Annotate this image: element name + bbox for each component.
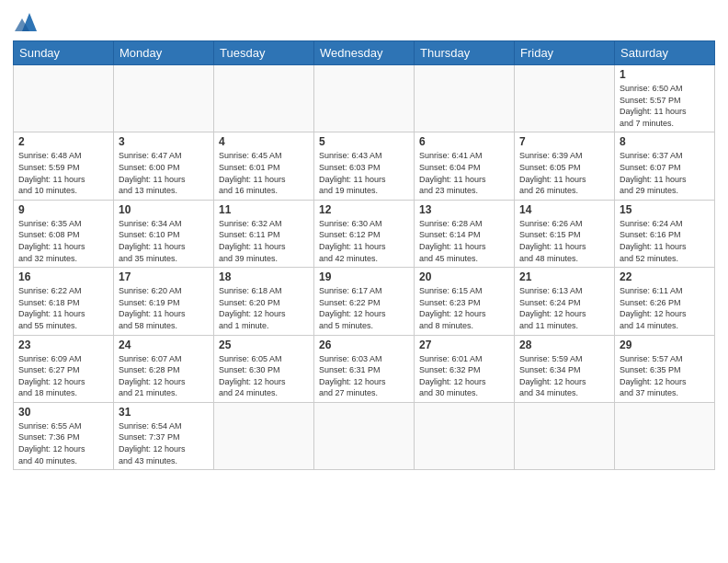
day-number: 2 (18, 135, 108, 148)
day-number: 1 (620, 68, 710, 81)
day-cell: 15Sunrise: 6:24 AM Sunset: 6:16 PM Dayli… (615, 200, 715, 267)
day-number: 20 (419, 270, 509, 283)
day-cell: 19Sunrise: 6:17 AM Sunset: 6:22 PM Dayli… (314, 268, 415, 335)
day-cell: 10Sunrise: 6:34 AM Sunset: 6:10 PM Dayli… (114, 200, 214, 267)
day-number: 25 (219, 339, 309, 351)
day-number: 30 (18, 406, 108, 419)
day-cell: 9Sunrise: 6:35 AM Sunset: 6:08 PM Daylig… (14, 200, 114, 267)
day-cell: 27Sunrise: 6:01 AM Sunset: 6:32 PM Dayli… (415, 335, 515, 402)
day-info: Sunrise: 6:13 AM Sunset: 6:24 PM Dayligh… (519, 285, 609, 331)
day-info: Sunrise: 6:20 AM Sunset: 6:19 PM Dayligh… (119, 285, 209, 331)
day-cell: 29Sunrise: 5:57 AM Sunset: 6:35 PM Dayli… (615, 335, 715, 402)
day-cell: 12Sunrise: 6:30 AM Sunset: 6:12 PM Dayli… (314, 200, 415, 267)
day-number: 14 (519, 203, 609, 216)
day-info: Sunrise: 6:11 AM Sunset: 6:26 PM Dayligh… (620, 285, 710, 331)
weekday-monday: Monday (114, 41, 214, 65)
calendar: SundayMondayTuesdayWednesdayThursdayFrid… (13, 40, 715, 470)
day-cell (515, 65, 615, 132)
day-cell: 22Sunrise: 6:11 AM Sunset: 6:26 PM Dayli… (615, 268, 715, 335)
week-row-1: 2Sunrise: 6:48 AM Sunset: 5:59 PM Daylig… (14, 132, 715, 200)
week-row-2: 9Sunrise: 6:35 AM Sunset: 6:08 PM Daylig… (14, 200, 715, 267)
day-info: Sunrise: 6:32 AM Sunset: 6:11 PM Dayligh… (219, 218, 309, 264)
day-number: 4 (219, 135, 309, 148)
day-info: Sunrise: 6:17 AM Sunset: 6:22 PM Dayligh… (319, 285, 409, 331)
day-number: 3 (119, 135, 209, 148)
day-cell (415, 65, 515, 132)
day-info: Sunrise: 6:43 AM Sunset: 6:03 PM Dayligh… (319, 150, 409, 196)
day-number: 22 (620, 270, 710, 283)
day-cell: 14Sunrise: 6:26 AM Sunset: 6:15 PM Dayli… (515, 200, 615, 267)
day-number: 26 (319, 339, 409, 351)
day-cell: 6Sunrise: 6:41 AM Sunset: 6:04 PM Daylig… (415, 132, 515, 200)
day-cell: 31Sunrise: 6:54 AM Sunset: 7:37 PM Dayli… (114, 402, 214, 469)
day-cell: 7Sunrise: 6:39 AM Sunset: 6:05 PM Daylig… (515, 132, 615, 200)
day-cell: 25Sunrise: 6:05 AM Sunset: 6:30 PM Dayli… (214, 335, 314, 402)
day-number: 13 (419, 203, 509, 216)
weekday-tuesday: Tuesday (214, 41, 314, 65)
day-cell: 8Sunrise: 6:37 AM Sunset: 6:07 PM Daylig… (615, 132, 715, 200)
day-number: 8 (620, 135, 710, 148)
day-info: Sunrise: 6:47 AM Sunset: 6:00 PM Dayligh… (119, 150, 209, 196)
day-cell (114, 65, 214, 132)
weekday-wednesday: Wednesday (314, 41, 415, 65)
day-info: Sunrise: 6:22 AM Sunset: 6:18 PM Dayligh… (18, 285, 108, 331)
day-cell: 16Sunrise: 6:22 AM Sunset: 6:18 PM Dayli… (14, 268, 114, 335)
day-info: Sunrise: 5:57 AM Sunset: 6:35 PM Dayligh… (620, 353, 710, 399)
header (13, 9, 715, 35)
week-row-4: 23Sunrise: 6:09 AM Sunset: 6:27 PM Dayli… (14, 335, 715, 402)
weekday-header-row: SundayMondayTuesdayWednesdayThursdayFrid… (14, 41, 715, 65)
page: SundayMondayTuesdayWednesdayThursdayFrid… (0, 0, 728, 563)
day-info: Sunrise: 6:01 AM Sunset: 6:32 PM Dayligh… (419, 353, 509, 399)
week-row-5: 30Sunrise: 6:55 AM Sunset: 7:36 PM Dayli… (14, 402, 715, 469)
day-info: Sunrise: 6:48 AM Sunset: 5:59 PM Dayligh… (18, 150, 108, 196)
weekday-saturday: Saturday (615, 41, 715, 65)
day-info: Sunrise: 6:28 AM Sunset: 6:14 PM Dayligh… (419, 218, 509, 264)
day-info: Sunrise: 6:18 AM Sunset: 6:20 PM Dayligh… (219, 285, 309, 331)
day-info: Sunrise: 5:59 AM Sunset: 6:34 PM Dayligh… (519, 353, 609, 399)
logo (13, 9, 44, 35)
day-info: Sunrise: 6:09 AM Sunset: 6:27 PM Dayligh… (18, 353, 108, 399)
day-cell: 18Sunrise: 6:18 AM Sunset: 6:20 PM Dayli… (214, 268, 314, 335)
day-number: 5 (319, 135, 409, 148)
day-number: 31 (119, 406, 209, 419)
day-cell: 5Sunrise: 6:43 AM Sunset: 6:03 PM Daylig… (314, 132, 415, 200)
day-info: Sunrise: 6:54 AM Sunset: 7:37 PM Dayligh… (119, 420, 209, 466)
day-number: 6 (419, 135, 509, 148)
day-number: 29 (620, 339, 710, 351)
day-info: Sunrise: 6:07 AM Sunset: 6:28 PM Dayligh… (119, 353, 209, 399)
day-info: Sunrise: 6:03 AM Sunset: 6:31 PM Dayligh… (319, 353, 409, 399)
day-number: 15 (620, 203, 710, 216)
day-cell: 28Sunrise: 5:59 AM Sunset: 6:34 PM Dayli… (515, 335, 615, 402)
day-cell: 11Sunrise: 6:32 AM Sunset: 6:11 PM Dayli… (214, 200, 314, 267)
day-cell: 30Sunrise: 6:55 AM Sunset: 7:36 PM Dayli… (14, 402, 114, 469)
day-info: Sunrise: 6:05 AM Sunset: 6:30 PM Dayligh… (219, 353, 309, 399)
day-number: 19 (319, 270, 409, 283)
day-info: Sunrise: 6:26 AM Sunset: 6:15 PM Dayligh… (519, 218, 609, 264)
day-cell (214, 402, 314, 469)
day-number: 23 (18, 339, 108, 351)
day-number: 9 (18, 203, 108, 216)
day-number: 28 (519, 339, 609, 351)
day-info: Sunrise: 6:55 AM Sunset: 7:36 PM Dayligh… (18, 420, 108, 466)
weekday-sunday: Sunday (14, 41, 114, 65)
day-cell (615, 402, 715, 469)
day-info: Sunrise: 6:39 AM Sunset: 6:05 PM Dayligh… (519, 150, 609, 196)
week-row-3: 16Sunrise: 6:22 AM Sunset: 6:18 PM Dayli… (14, 268, 715, 335)
day-number: 7 (519, 135, 609, 148)
day-cell: 23Sunrise: 6:09 AM Sunset: 6:27 PM Dayli… (14, 335, 114, 402)
day-cell: 17Sunrise: 6:20 AM Sunset: 6:19 PM Dayli… (114, 268, 214, 335)
day-info: Sunrise: 6:30 AM Sunset: 6:12 PM Dayligh… (319, 218, 409, 264)
day-number: 12 (319, 203, 409, 216)
day-number: 24 (119, 339, 209, 351)
day-info: Sunrise: 6:24 AM Sunset: 6:16 PM Dayligh… (620, 218, 710, 264)
day-cell (314, 65, 415, 132)
day-cell: 24Sunrise: 6:07 AM Sunset: 6:28 PM Dayli… (114, 335, 214, 402)
day-cell (314, 402, 415, 469)
day-number: 18 (219, 270, 309, 283)
day-cell: 1Sunrise: 6:50 AM Sunset: 5:57 PM Daylig… (615, 65, 715, 132)
day-cell (415, 402, 515, 469)
day-cell: 3Sunrise: 6:47 AM Sunset: 6:00 PM Daylig… (114, 132, 214, 200)
week-row-0: 1Sunrise: 6:50 AM Sunset: 5:57 PM Daylig… (14, 65, 715, 132)
weekday-friday: Friday (515, 41, 615, 65)
day-info: Sunrise: 6:35 AM Sunset: 6:08 PM Dayligh… (18, 218, 108, 264)
